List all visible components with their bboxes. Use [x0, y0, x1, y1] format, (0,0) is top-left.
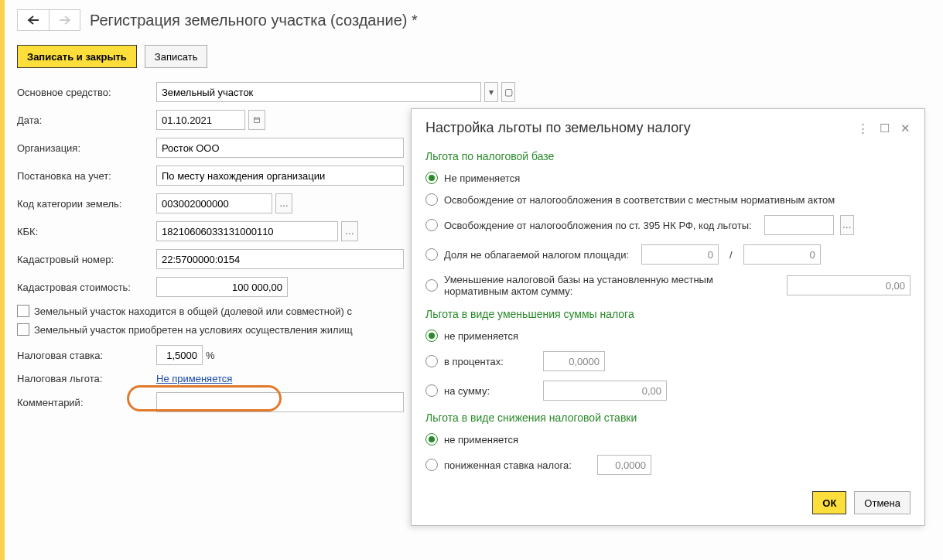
- panel-title: Настройка льготы по земельному налогу: [425, 120, 691, 136]
- cad-num-input[interactable]: [156, 249, 404, 269]
- radio-reduce-percent-label: в процентах:: [444, 356, 537, 367]
- slash: /: [729, 249, 733, 261]
- section-tax-reduction: Льгота в виде уменьшения суммы налога: [425, 308, 911, 320]
- kbk-input[interactable]: [156, 221, 338, 241]
- open-icon: ▢: [504, 87, 513, 97]
- nav-forward-button[interactable]: [49, 10, 80, 30]
- kebab-icon: ⋮: [857, 121, 869, 135]
- chevron-down-icon: ▾: [489, 87, 494, 97]
- panel-close-button[interactable]: ✕: [900, 121, 911, 135]
- share-numerator-input[interactable]: [641, 244, 719, 265]
- maximize-icon: ☐: [880, 121, 890, 135]
- calendar-button[interactable]: [248, 110, 265, 130]
- fixed-asset-input[interactable]: [156, 82, 481, 102]
- date-label: Дата:: [17, 114, 156, 126]
- radio-reduce-none-label: не применяется: [444, 330, 518, 342]
- save-and-close-button[interactable]: Записать и закрыть: [17, 45, 137, 68]
- arrow-left-icon: [27, 15, 39, 25]
- radio-reduce-amount-label: на сумму:: [444, 385, 537, 397]
- benefit-settings-panel: Настройка льготы по земельному налогу ⋮ …: [411, 108, 925, 526]
- radio-base-code395-label: Освобождение от налогообложения по ст. 3…: [444, 220, 752, 231]
- panel-maximize-button[interactable]: ☐: [880, 121, 890, 135]
- ellipsis-icon: …: [345, 226, 354, 237]
- cat-code-label: Код категории земель:: [17, 198, 156, 210]
- radio-base-code395[interactable]: [425, 219, 438, 231]
- panel-more-button[interactable]: ⋮: [857, 121, 869, 135]
- reduce-amount-input[interactable]: [543, 381, 667, 401]
- ellipsis-icon: …: [842, 220, 852, 230]
- close-icon: ✕: [900, 121, 911, 135]
- dropdown-button[interactable]: ▾: [484, 82, 498, 102]
- save-button[interactable]: Записать: [145, 45, 208, 68]
- radio-base-none[interactable]: [425, 172, 438, 184]
- reduce-sum-input[interactable]: [787, 275, 911, 295]
- benefit-label: Налоговая льгота:: [17, 373, 156, 384]
- nav-back-button[interactable]: [18, 10, 49, 30]
- kbk-lookup-button[interactable]: …: [341, 221, 358, 241]
- radio-base-reduce-sum[interactable]: [425, 279, 438, 292]
- reduced-rate-input[interactable]: [597, 455, 651, 475]
- calendar-icon: [254, 115, 260, 125]
- cad-num-label: Кадастровый номер:: [17, 254, 156, 265]
- section-tax-base: Льгота по налоговой базе: [425, 150, 911, 162]
- ellipsis-icon: …: [279, 198, 289, 209]
- radio-reduce-none[interactable]: [425, 330, 438, 342]
- org-label: Организация:: [17, 142, 156, 154]
- radio-base-none-label: Не применяется: [444, 172, 520, 184]
- percent-sign: %: [206, 350, 215, 361]
- radio-base-reduce-sum-label: Уменьшение налоговой базы на установленн…: [444, 274, 715, 297]
- cancel-button[interactable]: Отмена: [854, 491, 911, 514]
- comment-label: Комментарий:: [17, 397, 156, 408]
- radio-rate-none-label: не применяется: [444, 434, 518, 446]
- housing-construction-checkbox[interactable]: [17, 323, 29, 336]
- share-denominator-input[interactable]: [743, 244, 821, 265]
- org-input[interactable]: [156, 138, 404, 158]
- ok-button[interactable]: ОК: [812, 491, 846, 514]
- radio-rate-reduced-label: пониженная ставка налога:: [444, 459, 591, 471]
- radio-base-share-label: Доля не облагаемой налогом площади:: [444, 249, 629, 261]
- radio-base-share[interactable]: [425, 248, 438, 261]
- kbk-label: КБК:: [17, 226, 156, 237]
- radio-base-local-act[interactable]: [425, 193, 438, 206]
- tax-rate-label: Налоговая ставка:: [17, 350, 156, 361]
- benefit-link[interactable]: Не применяется: [156, 373, 232, 384]
- cat-code-input[interactable]: [156, 193, 272, 213]
- fixed-asset-label: Основное средство:: [17, 87, 156, 98]
- svg-rect-0: [255, 118, 260, 122]
- housing-construction-label: Земельный участок приобретен на условиях…: [34, 324, 353, 336]
- page-title: Регистрация земельного участка (создание…: [90, 12, 418, 29]
- section-rate-reduction: Льгота в виде снижения налоговой ставки: [425, 411, 911, 424]
- radio-rate-reduced[interactable]: [425, 459, 438, 471]
- cad-val-input[interactable]: [156, 277, 288, 297]
- date-input[interactable]: [156, 110, 245, 130]
- reg-label: Постановка на учет:: [17, 170, 156, 182]
- reg-input[interactable]: [156, 166, 404, 186]
- cat-code-lookup-button[interactable]: …: [275, 193, 292, 213]
- shared-ownership-checkbox[interactable]: [17, 305, 29, 317]
- radio-reduce-percent[interactable]: [425, 355, 438, 367]
- comment-input[interactable]: [156, 392, 404, 412]
- code395-input[interactable]: [764, 215, 834, 235]
- cad-val-label: Кадастровая стоимость:: [17, 282, 156, 293]
- tax-rate-input[interactable]: [156, 345, 203, 365]
- open-button[interactable]: ▢: [501, 82, 515, 102]
- shared-ownership-label: Земельный участок находится в общей (дол…: [34, 306, 352, 317]
- radio-rate-none[interactable]: [425, 433, 438, 446]
- radio-base-local-act-label: Освобождение от налогообложения в соотве…: [444, 194, 835, 206]
- arrow-right-icon: [59, 15, 71, 25]
- code395-lookup-button[interactable]: …: [840, 215, 854, 235]
- reduce-percent-input[interactable]: [543, 351, 605, 371]
- radio-reduce-amount[interactable]: [425, 384, 438, 397]
